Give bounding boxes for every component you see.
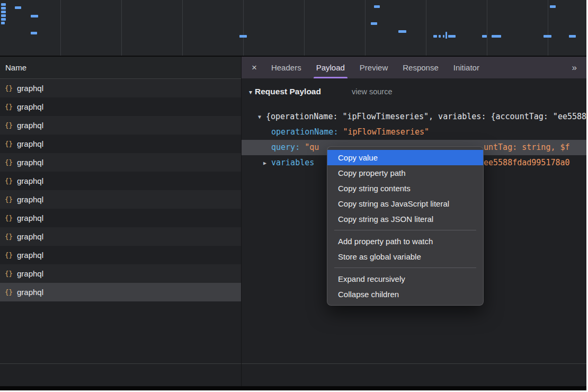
timeline-bar[interactable] xyxy=(374,5,380,8)
network-request-row[interactable]: {}graphql xyxy=(0,209,241,227)
timeline-bar[interactable] xyxy=(443,35,444,38)
menu-item-collapse-children[interactable]: Collapse children xyxy=(327,287,483,302)
menu-item-add-property-path-to-watch[interactable]: Add property path to watch xyxy=(327,234,483,249)
network-request-row[interactable]: {}graphql xyxy=(0,153,241,172)
network-request-row[interactable]: {}graphql xyxy=(0,190,241,209)
timeline-bar[interactable] xyxy=(371,22,377,25)
grid-line xyxy=(365,0,366,56)
json-icon: {} xyxy=(4,177,13,185)
timeline-bar[interactable] xyxy=(1,22,5,24)
timeline-bar[interactable] xyxy=(550,5,556,8)
panel-splitter[interactable] xyxy=(241,57,242,386)
request-name: graphql xyxy=(17,158,43,167)
timeline-bar[interactable] xyxy=(569,35,576,38)
property-value: "ipFlowTimeseries" xyxy=(343,127,429,137)
tab-label: Response xyxy=(403,63,439,72)
tab-headers[interactable]: Headers xyxy=(264,57,309,78)
collapse-triangle-icon[interactable]: ▾ xyxy=(249,88,252,96)
property-value: "qu xyxy=(305,142,319,152)
network-request-row[interactable]: {}graphql xyxy=(0,283,241,301)
tab-initiator[interactable]: Initiator xyxy=(446,57,487,78)
detail-tabs: × HeadersPayloadPreviewResponseInitiator… xyxy=(242,57,586,78)
name-column-header[interactable]: Name xyxy=(0,57,241,79)
network-request-row[interactable]: {}graphql xyxy=(0,79,241,97)
view-source-link[interactable]: view source xyxy=(352,87,393,96)
grid-line xyxy=(487,0,487,56)
tree-line-operation-name[interactable]: operationName: "ipFlowTimeseries" xyxy=(242,124,586,140)
variables-string-fragment: ee5588fdad995178a0 xyxy=(484,155,570,171)
timeline-bar[interactable] xyxy=(398,30,406,33)
network-request-row[interactable]: {}graphql xyxy=(0,227,241,246)
timeline-bar[interactable] xyxy=(15,6,21,9)
tab-preview[interactable]: Preview xyxy=(352,57,395,78)
timeline-bar[interactable] xyxy=(448,35,456,38)
timeline-bar[interactable] xyxy=(1,3,6,6)
json-icon: {} xyxy=(4,103,13,111)
query-string-fragment: untTag: string, $f xyxy=(484,140,570,155)
expand-arrow-icon[interactable]: ▼ xyxy=(258,109,261,124)
menu-item-expand-recursively[interactable]: Expand recursively xyxy=(327,271,483,287)
request-name: graphql xyxy=(17,288,43,297)
request-name: graphql xyxy=(17,232,43,241)
grid-line xyxy=(548,0,548,56)
network-request-row[interactable]: {}graphql xyxy=(0,97,241,116)
network-request-row[interactable]: {}graphql xyxy=(0,246,241,264)
collapsed-arrow-icon[interactable]: ▶ xyxy=(263,155,266,171)
tree-root-line[interactable]: ▼ {operationName: "ipFlowTimeseries", va… xyxy=(242,109,586,124)
property-key: variables xyxy=(271,155,314,171)
tab-response[interactable]: Response xyxy=(395,57,446,78)
network-request-row[interactable]: {}graphql xyxy=(0,264,241,283)
timeline-bar[interactable] xyxy=(31,32,37,34)
menu-item-copy-value[interactable]: Copy value xyxy=(327,150,483,165)
request-name: graphql xyxy=(17,269,43,278)
timeline-bar[interactable] xyxy=(433,35,437,38)
json-icon: {} xyxy=(4,121,13,129)
tab-label: Headers xyxy=(271,63,301,72)
close-icon[interactable]: × xyxy=(242,63,264,73)
json-icon: {} xyxy=(4,288,13,296)
menu-item-copy-string-contents[interactable]: Copy string contents xyxy=(327,181,483,196)
json-icon: {} xyxy=(4,233,13,240)
network-request-row[interactable]: {}graphql xyxy=(0,116,241,135)
network-request-row[interactable]: {}graphql xyxy=(0,172,241,190)
request-name: graphql xyxy=(17,195,43,204)
timeline-bar[interactable] xyxy=(544,35,551,38)
request-name: graphql xyxy=(17,176,43,185)
devtools-window: Name {}graphql{}graphql{}graphql{}graphq… xyxy=(0,0,586,390)
timeline-bar[interactable] xyxy=(239,35,247,38)
timeline-bar[interactable] xyxy=(439,35,441,38)
menu-item-copy-property-path[interactable]: Copy property path xyxy=(327,165,483,181)
grid-line xyxy=(121,0,122,56)
json-icon: {} xyxy=(4,270,13,278)
timeline-bar[interactable] xyxy=(446,32,447,39)
timeline-bar[interactable] xyxy=(482,35,487,38)
json-icon: {} xyxy=(4,195,13,203)
timeline-bar[interactable] xyxy=(1,7,6,10)
request-list: {}graphql{}graphql{}graphql{}graphql{}gr… xyxy=(0,79,241,301)
property-key: query: xyxy=(271,142,305,152)
timeline-bar[interactable] xyxy=(1,14,6,17)
footer-divider xyxy=(0,363,586,364)
tabs-overflow[interactable]: » xyxy=(572,63,586,73)
timeline-bar[interactable] xyxy=(1,11,6,13)
request-payload-section: ▾ Request Payload view source xyxy=(249,87,393,96)
grid-line xyxy=(60,0,61,56)
tab-payload[interactable]: Payload xyxy=(309,57,352,78)
menu-item-copy-string-as-javascript-literal[interactable]: Copy string as JavaScript literal xyxy=(327,196,483,211)
overview-strip[interactable] xyxy=(0,0,586,57)
json-icon: {} xyxy=(4,251,13,259)
section-title: Request Payload xyxy=(255,87,321,96)
menu-item-store-as-global-variable[interactable]: Store as global variable xyxy=(327,249,483,264)
json-icon: {} xyxy=(4,158,13,166)
timeline-bar[interactable] xyxy=(31,15,38,17)
timeline-bar[interactable] xyxy=(492,35,501,38)
window-bottom-edge xyxy=(0,386,586,390)
network-request-row[interactable]: {}graphql xyxy=(0,135,241,153)
tab-label: Preview xyxy=(360,63,388,72)
json-icon: {} xyxy=(4,214,13,222)
tab-label: Initiator xyxy=(453,63,479,72)
menu-item-copy-string-as-json-literal[interactable]: Copy string as JSON literal xyxy=(327,211,483,227)
timeline-bar[interactable] xyxy=(1,18,6,21)
grid-line xyxy=(304,0,305,56)
context-menu: Copy valueCopy property pathCopy string … xyxy=(327,146,484,306)
